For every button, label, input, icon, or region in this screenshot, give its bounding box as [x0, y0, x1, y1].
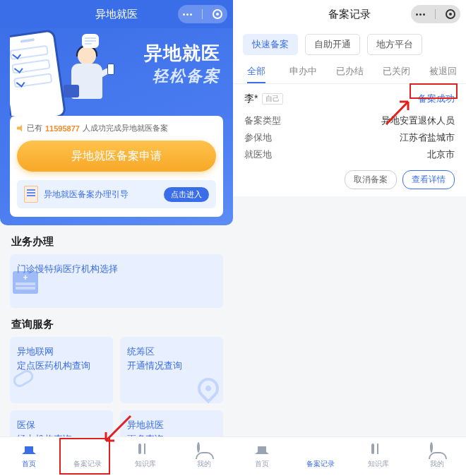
header-title: 备案记录	[328, 8, 371, 21]
location-pin-icon	[193, 374, 223, 403]
cancel-record-button[interactable]: 取消备案	[345, 170, 397, 189]
tab-knowledge[interactable]: 知识库	[350, 437, 408, 476]
miniprogram-capsule[interactable]	[411, 5, 460, 23]
tab-records[interactable]: 备案记录	[59, 437, 117, 476]
shield-icon	[313, 445, 328, 458]
guide-enter-button[interactable]: 点击进入	[164, 187, 209, 202]
more-icon[interactable]	[183, 13, 192, 16]
record-name: 李* 自己	[244, 93, 283, 105]
records-screen: 备案记录 快速备案 自助开通 地方平台 全部 申办中 已办结 已关闭 被退回 李…	[233, 0, 466, 476]
stat-count: 11595877	[45, 124, 80, 133]
filter-done[interactable]: 已办结	[326, 59, 373, 83]
kv-insured: 参保地江苏省盐城市	[244, 129, 455, 146]
home-icon	[255, 445, 269, 458]
speech-bubble-icon	[82, 34, 99, 48]
filter-closed[interactable]: 已关闭	[373, 59, 419, 83]
user-icon	[197, 445, 211, 458]
hero-banner: 异地就医 轻松备案 已有 11595877 人成功完成异地就医备案 异地就医备案…	[0, 28, 233, 225]
capsule-divider	[435, 9, 436, 19]
section-title-biz: 业务办理	[0, 225, 233, 254]
hero-title: 异地就医	[144, 41, 220, 66]
pills-icon	[13, 368, 34, 389]
header: 异地就医	[0, 0, 233, 28]
biz-tile-chronic[interactable]: 门诊慢特病医疗机构选择	[10, 254, 223, 308]
record-card: 李* 自己 备案成功 备案类型异地安置退休人员 参保地江苏省盐城市 就医地北京市…	[233, 84, 466, 196]
kv-type: 备案类型异地安置退休人员	[244, 112, 455, 129]
guide-text: 异地就医备案办理引导	[44, 189, 158, 201]
speaker-icon	[17, 125, 24, 132]
mode-chips: 快速备案 自助开通 地方平台	[233, 28, 466, 59]
relation-tag: 自己	[262, 93, 283, 105]
query-tile-region[interactable]: 统筹区 开通情况查询	[120, 337, 223, 403]
tab-records[interactable]: 备案记录	[292, 437, 350, 476]
filter-rejected[interactable]: 被退回	[419, 59, 466, 83]
tab-bar: 首页 备案记录 知识库 我的	[0, 436, 233, 476]
document-icon	[24, 186, 38, 203]
guide-row[interactable]: 异地就医备案办理引导 点击进入	[17, 180, 216, 208]
chip-local[interactable]: 地方平台	[367, 34, 422, 55]
tab-mine[interactable]: 我的	[175, 437, 234, 476]
tab-bar: 首页 备案记录 知识库 我的	[233, 436, 466, 476]
user-icon	[430, 445, 444, 458]
home-screen: 异地就医 异地就医 轻松备案 已有 11595877	[0, 0, 233, 476]
miniprogram-capsule[interactable]	[178, 5, 227, 23]
status-filter: 全部 申办中 已办结 已关闭 被退回	[233, 59, 466, 84]
more-icon[interactable]	[416, 13, 425, 16]
book-icon	[138, 445, 153, 458]
hero-subtitle: 轻松备案	[144, 66, 220, 87]
phone-illustration	[10, 29, 66, 116]
close-miniprogram-icon[interactable]	[446, 9, 455, 19]
tab-knowledge[interactable]: 知识库	[116, 437, 175, 476]
book-icon	[371, 445, 386, 458]
chip-self[interactable]: 自助开通	[305, 34, 360, 55]
kv-treat: 就医地北京市	[244, 146, 455, 163]
hospital-icon	[13, 271, 38, 294]
capsule-divider	[202, 9, 203, 19]
tab-mine[interactable]: 我的	[408, 437, 467, 476]
query-tile-network[interactable]: 异地联网 定点医药机构查询	[10, 337, 113, 403]
record-status: 备案成功	[418, 93, 455, 105]
chip-fast[interactable]: 快速备案	[243, 34, 298, 55]
apply-button[interactable]: 异地就医备案申请	[17, 141, 216, 172]
header-title: 异地就医	[95, 8, 138, 21]
section-title-query: 查询服务	[0, 308, 233, 337]
hero-card: 已有 11595877 人成功完成异地就医备案 异地就医备案申请 异地就医备案办…	[10, 116, 223, 217]
view-detail-button[interactable]: 查看详情	[402, 170, 455, 189]
success-stat: 已有 11595877 人成功完成异地就医备案	[17, 123, 216, 133]
home-icon	[22, 445, 36, 458]
person-illustration	[61, 47, 116, 116]
filter-processing[interactable]: 申办中	[280, 59, 326, 83]
tab-home[interactable]: 首页	[0, 437, 59, 476]
header: 备案记录	[233, 0, 466, 28]
tab-home[interactable]: 首页	[233, 437, 292, 476]
shield-icon	[80, 445, 95, 458]
close-miniprogram-icon[interactable]	[213, 9, 222, 19]
filter-all[interactable]: 全部	[233, 59, 280, 83]
